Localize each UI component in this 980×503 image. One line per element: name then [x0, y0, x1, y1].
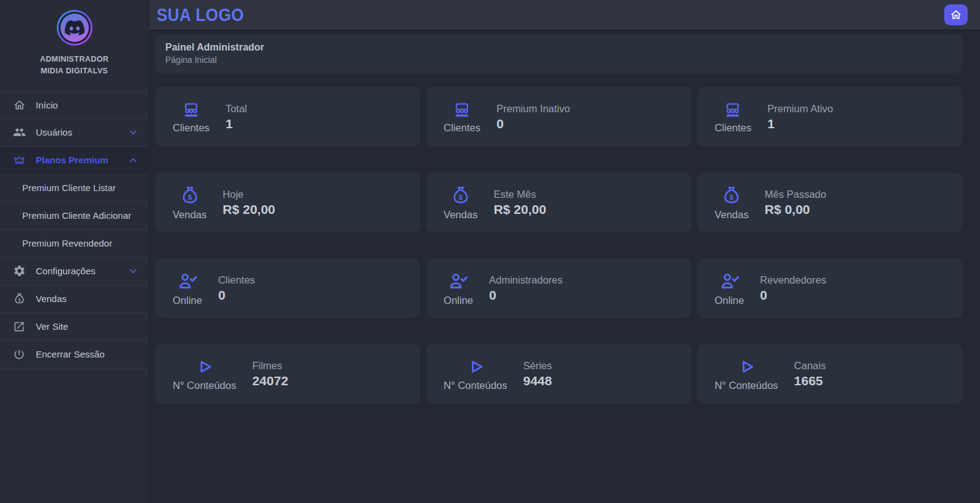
stat-card-clientes-total: Clientes Total 1: [155, 87, 420, 147]
stat-card-online-clientes: Online Clientes 0: [155, 258, 420, 318]
stat-value: R$ 20,00: [223, 202, 275, 217]
page-subtitle: Página Inicial: [165, 55, 952, 65]
sidebar-item-premium-cliente-listar[interactable]: Premium Cliente Listar: [0, 174, 149, 202]
sidebar-item-label: Usuários: [36, 127, 72, 137]
stat-card-vendas-hoje: $ Vendas Hoje R$ 20,00: [155, 173, 420, 232]
sidebar-item-configuracoes[interactable]: Configurações: [0, 258, 149, 285]
discord-logo-icon: [65, 18, 84, 38]
page-content: Painel Administrador Página Inicial Clie…: [149, 31, 980, 503]
money-bag-icon: $: [12, 292, 26, 305]
page-title: Painel Administrador: [165, 42, 952, 53]
chevron-down-icon: [129, 128, 138, 137]
sidebar-item-label: Configurações: [36, 266, 96, 276]
users-icon: [12, 126, 26, 139]
stat-label: Filmes: [252, 360, 288, 372]
sidebar-item-label: Encerrar Sessão: [36, 349, 105, 359]
stat-label: Este Mês: [493, 189, 546, 200]
chevron-down-icon: [129, 267, 138, 276]
stat-group-label: Vendas: [173, 209, 207, 221]
crown-icon: [12, 153, 26, 166]
stat-group-label: Clientes: [173, 122, 210, 134]
sidebar-item-label: Ver Site: [36, 321, 68, 332]
stat-value: R$ 20,00: [493, 202, 546, 217]
stat-group-label: Clientes: [443, 122, 480, 134]
people-roof-icon: [181, 100, 202, 119]
stat-label: Mês Passado: [765, 189, 826, 200]
money-bag-icon: $: [721, 185, 742, 206]
home-button[interactable]: [944, 4, 968, 25]
stat-group-label: Vendas: [443, 209, 477, 221]
stat-label: Clientes: [218, 274, 255, 286]
sidebar-item-usuarios[interactable]: Usuários: [0, 119, 149, 147]
svg-text:$: $: [18, 298, 20, 303]
brand-logo: SUA LOGO: [157, 4, 244, 26]
person-check-icon: [719, 271, 740, 292]
stat-value: 1665: [794, 374, 826, 388]
stat-card-conteudos-filmes: N° Conteúdos Filmes 24072: [155, 344, 420, 404]
sidebar-item-label: Premium Cliente Listar: [22, 182, 116, 193]
breadcrumb: Painel Administrador Página Inicial: [155, 35, 962, 73]
stat-value: 1: [767, 117, 833, 131]
sidebar-item-planos-premium[interactable]: Planos Premium: [0, 147, 149, 174]
play-icon: [194, 357, 214, 377]
stat-value: R$ 0,00: [765, 202, 826, 217]
people-roof-icon: [722, 100, 743, 119]
people-roof-icon: [451, 100, 472, 119]
stat-value: 1: [226, 117, 247, 131]
external-link-icon: [12, 321, 26, 333]
person-check-icon: [448, 271, 469, 292]
stat-label: Administradores: [489, 274, 562, 286]
stat-value: 9448: [523, 374, 552, 388]
sidebar-item-label: Premium Cliente Adicionar: [22, 210, 131, 221]
stat-value: 0: [218, 288, 255, 303]
sidebar-item-label: Premium Revendedor: [22, 238, 112, 248]
stat-card-clientes-premium-inativo: Clientes Premium Inativo 0: [426, 87, 691, 147]
stat-card-online-revendedores: Online Revendedores 0: [698, 258, 962, 318]
stat-group-label: Online: [443, 295, 473, 306]
home-icon: [12, 99, 26, 112]
svg-text:$: $: [730, 194, 734, 201]
stat-card-conteudos-canais: N° Conteúdos Canais 1665: [698, 344, 962, 404]
stat-label: Hoje: [223, 189, 275, 200]
profile-name: ADMINISTRADOR MIDIA DIGITALVS: [6, 54, 142, 78]
stat-value: 0: [496, 117, 570, 131]
stat-label: Total: [226, 103, 247, 115]
person-check-icon: [177, 271, 198, 292]
sidebar-item-premium-revendedor[interactable]: Premium Revendedor: [0, 230, 149, 258]
money-bag-icon: $: [450, 185, 471, 206]
stat-group-label: N° Conteúdos: [715, 380, 778, 391]
stat-label: Premium Ativo: [767, 103, 833, 115]
stat-label: Séries: [523, 360, 552, 372]
power-icon: [12, 348, 26, 361]
gear-icon: [12, 264, 26, 277]
sidebar-item-premium-cliente-adicionar[interactable]: Premium Cliente Adicionar: [0, 202, 149, 230]
stat-group-label: Online: [173, 295, 202, 306]
svg-text:$: $: [459, 194, 463, 201]
topbar: SUA LOGO: [149, 0, 980, 31]
sidebar-item-ver-site[interactable]: Ver Site: [0, 313, 149, 341]
sidebar-item-label: Início: [36, 100, 58, 110]
app-root: ADMINISTRADOR MIDIA DIGITALVS Início Usu…: [0, 0, 980, 503]
sidebar-item-inicio[interactable]: Início: [0, 91, 149, 119]
stat-value: 0: [760, 288, 826, 303]
sidebar-item-encerrar-sessao[interactable]: Encerrar Sessão: [0, 341, 149, 369]
sidebar-item-label: Vendas: [36, 293, 67, 304]
money-bag-icon: $: [179, 185, 200, 206]
sidebar-profile: ADMINISTRADOR MIDIA DIGITALVS: [0, 0, 149, 86]
stat-label: Canais: [794, 360, 826, 372]
stat-card-vendas-este-mes: $ Vendas Este Mês R$ 20,00: [426, 173, 691, 232]
stat-card-conteudos-series: N° Conteúdos Séries 9448: [426, 344, 691, 404]
sidebar-item-label: Planos Premium: [36, 155, 109, 165]
stats-grid: Clientes Total 1 Clientes: [155, 87, 962, 404]
stat-card-clientes-premium-ativo: Clientes Premium Ativo 1: [698, 87, 962, 147]
stat-group-label: N° Conteúdos: [173, 380, 236, 391]
avatar: [57, 10, 93, 46]
sidebar-item-vendas[interactable]: $ Vendas: [0, 285, 149, 313]
play-icon: [736, 357, 756, 377]
sidebar: ADMINISTRADOR MIDIA DIGITALVS Início Usu…: [0, 0, 149, 503]
stat-group-label: Clientes: [715, 122, 752, 134]
stat-group-label: N° Conteúdos: [443, 380, 507, 391]
stat-card-vendas-mes-passado: $ Vendas Mês Passado R$ 0,00: [698, 173, 962, 232]
play-icon: [466, 357, 485, 377]
profile-name-line1: ADMINISTRADOR: [6, 54, 142, 65]
